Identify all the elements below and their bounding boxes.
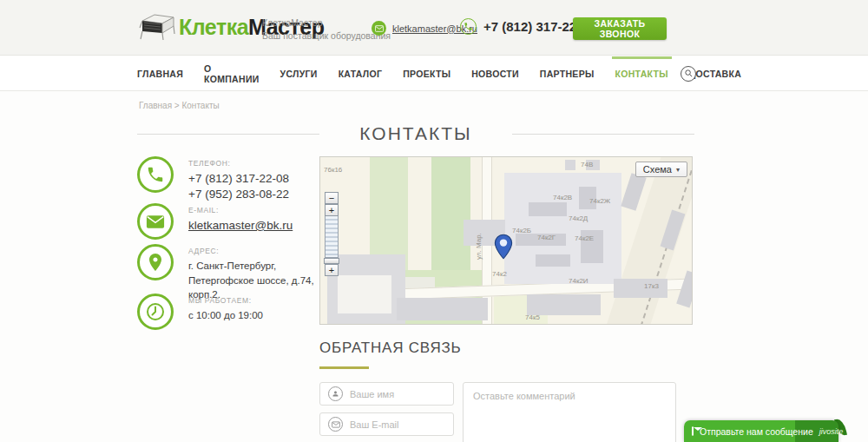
envelope-icon	[328, 417, 343, 432]
map-building	[621, 173, 646, 211]
map-widget[interactable]: 76к1674В74к2В74к2Ж74к2Д74к2Б74к2Г74к2Е74…	[319, 156, 693, 325]
clock-icon	[137, 294, 174, 330]
map-label: 17к3	[644, 282, 659, 290]
phone-number-2: +7 (952) 283-08-22	[188, 187, 289, 202]
chevron-down-icon: ▾	[676, 166, 680, 174]
chat-widget[interactable]: Отправьте нам сообщение jivosite	[684, 420, 838, 442]
map-label: 74к2Д	[569, 214, 588, 222]
nav-item-5[interactable]: НОВОСТИ	[471, 56, 519, 91]
phone-icon	[460, 18, 477, 35]
nav-item-8[interactable]: ДОСТАВКА	[689, 56, 741, 91]
map-label: 74В	[581, 161, 593, 168]
breadcrumb-home-link[interactable]: Главная	[139, 101, 172, 110]
address-pin-icon	[137, 244, 174, 280]
contact-item-phone: ТЕЛЕФОН: +7 (812) 317-22-08 +7 (952) 283…	[137, 156, 319, 201]
cage-logo-icon	[135, 10, 175, 44]
map-label: 74к2Ж	[589, 197, 610, 205]
contact-email-link[interactable]: kletkamaster@bk.ru	[188, 219, 293, 232]
nav-item-3[interactable]: КАТАЛОГ	[339, 56, 383, 91]
map-label: 76к16	[324, 166, 342, 174]
map-location-pin[interactable]	[494, 234, 513, 260]
map-street-label: ул. Мар.	[475, 233, 483, 260]
map-label: 74к2Г	[537, 234, 556, 241]
order-call-button[interactable]: ЗАКАЗАТЬ ЗВОНОК	[573, 17, 667, 40]
map-building	[614, 279, 667, 298]
map-label: 74к5	[525, 313, 540, 321]
email-icon	[372, 21, 386, 36]
name-input[interactable]	[350, 389, 445, 399]
map-label: 74к2В	[553, 194, 572, 201]
main-nav: ГЛАВНАЯО КОМПАНИИУСЛУГИКАТАЛОГПРОЕКТЫНОВ…	[0, 56, 868, 91]
feedback-name-field	[319, 382, 454, 406]
hours-value: с 10:00 до 19:00	[188, 308, 263, 323]
breadcrumb: Главная > Контакты	[139, 101, 220, 110]
address-line1: г. Санкт-Петербург,	[188, 259, 319, 274]
nav-item-7[interactable]: КОНТАКТЫ	[615, 56, 668, 91]
search-icon	[684, 66, 694, 82]
title-rule-right	[512, 134, 694, 135]
phone-circle-icon	[137, 156, 174, 193]
chat-brand: jivosite	[819, 427, 844, 436]
map-building	[536, 254, 570, 267]
feedback-email-field	[319, 412, 454, 436]
map-layer-button[interactable]: Схема ▾	[635, 162, 687, 177]
contact-phone-text: ТЕЛЕФОН: +7 (812) 317-22-08 +7 (952) 283…	[188, 156, 289, 201]
nav-item-4[interactable]: ПРОЕКТЫ	[403, 56, 450, 91]
section-header: КОНТАКТЫ	[137, 123, 694, 144]
map-label: 74к2Е	[575, 234, 594, 242]
phone-number-1: +7 (812) 317-22-08	[188, 171, 289, 187]
person-icon	[328, 386, 343, 401]
map-building	[529, 202, 567, 216]
nav-list: ГЛАВНАЯО КОМПАНИИУСЛУГИКАТАЛОГПРОЕКТЫНОВ…	[137, 56, 696, 91]
chat-envelope-icon	[692, 426, 694, 436]
map-building	[565, 160, 575, 170]
hours-label: МЫ РАБОТАЕМ:	[188, 296, 263, 305]
nav-item-0[interactable]: ГЛАВНАЯ	[137, 56, 183, 91]
title-rule-left	[137, 134, 319, 135]
breadcrumb-separator: >	[174, 101, 180, 110]
zoom-slider-track[interactable]	[325, 216, 339, 258]
contacts-page: КлеткаМастер КлеткаМастер Ваш поставщик …	[0, 0, 868, 442]
email-input[interactable]	[350, 419, 445, 430]
map-label: 74к2И	[569, 277, 589, 285]
map-label: 74к2Б	[512, 227, 531, 234]
site-header: КлеткаМастер КлеткаМастер Ваш поставщик …	[0, 0, 868, 56]
map-courtyard	[338, 275, 391, 313]
nav-item-2[interactable]: УСЛУГИ	[280, 56, 318, 91]
map-zoom-control: − + +	[325, 192, 339, 276]
breadcrumb-current: Контакты	[181, 101, 219, 110]
contact-hours-text: МЫ РАБОТАЕМ: с 10:00 до 19:00	[188, 294, 263, 330]
map-building	[397, 298, 488, 320]
logo-text-green: Клетка	[179, 15, 248, 39]
map-layer-label: Схема	[643, 164, 672, 175]
email-circle-icon	[137, 203, 174, 240]
map-building	[527, 294, 601, 315]
contact-item-hours: МЫ РАБОТАЕМ: с 10:00 до 19:00	[137, 294, 319, 330]
nav-item-1[interactable]: О КОМПАНИИ	[204, 56, 260, 91]
zoom-in-button-bottom[interactable]: +	[325, 264, 339, 276]
address-label: АДРЕС:	[188, 247, 319, 255]
zoom-slider-handle[interactable]	[324, 258, 339, 264]
search-button[interactable]	[681, 66, 696, 82]
contact-email-text: E-MAIL: kletkamaster@bk.ru	[188, 203, 293, 240]
zoom-out-button[interactable]: −	[325, 192, 339, 204]
zoom-in-button-top[interactable]: +	[325, 204, 339, 216]
contact-item-email: E-MAIL: kletkamaster@bk.ru	[137, 203, 319, 240]
page-title: КОНТАКТЫ	[359, 123, 471, 144]
map-label: 74к2	[492, 270, 507, 278]
email-label: E-MAIL:	[188, 206, 293, 214]
chat-message: Отправьте нам сообщение	[700, 426, 813, 437]
feedback-title-rule	[319, 366, 369, 369]
comment-textarea[interactable]	[463, 382, 676, 442]
feedback-title: ОБРАТНАЯ СВЯЗЬ	[319, 340, 462, 357]
phone-label: ТЕЛЕФОН:	[188, 159, 289, 168]
nav-item-6[interactable]: ПАРТНЕРЫ	[540, 56, 595, 91]
